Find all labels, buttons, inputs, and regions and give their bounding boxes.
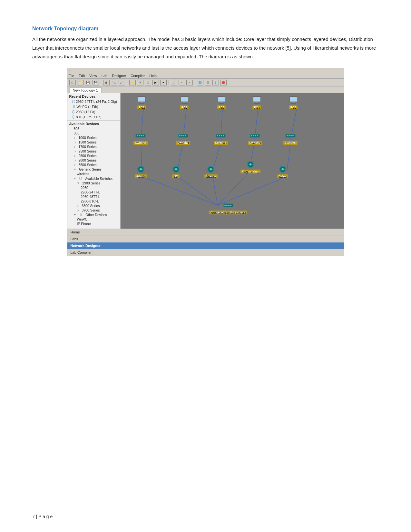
avail-wireless: wireless: [69, 172, 118, 176]
tb-draw3[interactable]: ≡: [186, 80, 193, 85]
svg-point-70: [175, 168, 177, 170]
admin-icon: [135, 165, 146, 174]
avail-805: 805: [69, 126, 118, 131]
svg-point-85: [230, 205, 231, 206]
svg-rect-25: [220, 102, 223, 103]
svg-rect-28: [253, 97, 260, 102]
nav-lab-compiler[interactable]: Lab Compiler: [67, 249, 344, 256]
tb-draw2[interactable]: ≡: [179, 80, 185, 85]
node-pc2: PC2: [179, 96, 190, 109]
svg-point-45: [183, 135, 184, 136]
toolbar-separator-3: [169, 80, 169, 85]
node-pc4: PC4: [252, 96, 262, 109]
menu-lab[interactable]: Lab: [102, 74, 107, 78]
sim-toolbar[interactable]: □ 📁 💾 💾 🖨 🔍 🔎 ⚡ ✕ □ ▶ ● / ≡ ≡ 🌐 ⚙ ? 🔴: [67, 79, 344, 87]
tb-draw1[interactable]: /: [171, 80, 177, 85]
avail-2960-8tcl: 2960-8TC-L: [69, 199, 118, 203]
nav-home[interactable]: Home: [67, 229, 344, 236]
svg-point-62: [289, 135, 290, 136]
recent-item-1: ⬡ 2960-24TT-L (24 Fa, 2 Gig): [69, 99, 118, 104]
tb-cfg[interactable]: ⚙: [205, 80, 211, 85]
tb-net[interactable]: 🌐: [197, 80, 203, 85]
switch5-icon: [249, 131, 261, 140]
svg-rect-29: [256, 102, 258, 103]
tb-zoom[interactable]: 🔎: [119, 80, 125, 85]
menu-file[interactable]: File: [69, 74, 74, 78]
svg-rect-22: [182, 103, 187, 104]
central-icon: [222, 201, 234, 210]
avail-1700: ▷ 1700 Series: [69, 144, 118, 149]
switch6-label: Switch6: [283, 141, 298, 145]
svg-point-61: [287, 135, 288, 136]
sim-canvas: PC1 PC2: [121, 93, 344, 229]
tb-delete[interactable]: ✕: [137, 80, 143, 85]
pc4-label: PC4: [252, 105, 261, 109]
avail-other: ▼ 🖥 Other Devices: [69, 212, 118, 217]
menu-designer[interactable]: Designer: [112, 74, 126, 78]
tb-open[interactable]: 📁: [77, 80, 83, 85]
simulator-window: − File Edit View Lab Designer Compiler H…: [67, 68, 344, 256]
recent-item-3: ⬡ 2950 (12 Fa): [69, 109, 118, 114]
page: Network Topology diagram All the network…: [0, 0, 411, 532]
available-devices-section: Available Devices 805 806 ▷ 1000 Series …: [67, 121, 120, 227]
svg-point-39: [141, 135, 142, 136]
svg-point-79: [282, 168, 284, 170]
svg-point-44: [181, 135, 182, 136]
tb-btn1[interactable]: ⚡: [129, 80, 136, 85]
svg-point-57: [255, 135, 256, 136]
menu-compiler[interactable]: Compiler: [131, 74, 145, 78]
finance-icon: [205, 165, 216, 174]
tb-print[interactable]: 🖨: [103, 80, 110, 85]
nav-network-designer[interactable]: Network Designer: [67, 242, 344, 249]
svg-point-82: [224, 205, 226, 206]
pc3-label: PC3: [217, 105, 226, 109]
topology-tab[interactable]: New Topology 1: [69, 87, 102, 93]
tb-search[interactable]: 🔍: [111, 80, 117, 85]
svg-rect-21: [183, 102, 186, 103]
menu-view[interactable]: View: [89, 74, 97, 78]
svg-rect-32: [290, 97, 297, 102]
pc4-icon: [252, 96, 262, 105]
svg-point-52: [223, 135, 224, 136]
node-pc3: PC3: [216, 96, 227, 109]
avail-ipphone: IP Phone: [69, 222, 118, 226]
toolbar-separator-2: [127, 80, 127, 85]
recent-devices-section: Recent Devices ⬡ 2960-24TT-L (24 Fa, 2 G…: [67, 93, 120, 121]
pc5-label: PC5: [289, 105, 298, 109]
menu-help[interactable]: Help: [149, 74, 157, 78]
engineering-icon: [245, 160, 256, 169]
sim-body: Recent Devices ⬡ 2960-24TT-L (24 Fa, 2 G…: [67, 93, 344, 229]
tb-save[interactable]: 💾: [85, 80, 91, 85]
finance-label: finance: [204, 174, 218, 178]
tb-btn3[interactable]: □: [145, 80, 151, 85]
pc1-icon: [137, 96, 147, 105]
node-hr: HR: [171, 165, 181, 178]
tb-new[interactable]: □: [69, 80, 76, 85]
tb-save2[interactable]: 💾: [93, 80, 99, 85]
menu-edit[interactable]: Edit: [79, 74, 85, 78]
sales-label: Sales: [277, 174, 288, 178]
sim-menubar[interactable]: File Edit View Lab Designer Compiler Hel…: [67, 73, 344, 79]
svg-line-10: [142, 176, 218, 205]
avail-3700: ▷ 3700 Series: [69, 208, 118, 212]
nav-labs[interactable]: Labs: [67, 236, 344, 242]
hr-icon: [171, 165, 181, 174]
sim-tab-bar: New Topology 1: [67, 87, 344, 93]
svg-point-55: [251, 135, 252, 136]
tb-help[interactable]: ?: [212, 80, 219, 85]
toolbar-separator-1: [101, 80, 101, 85]
node-switch5: Switch5: [248, 131, 262, 145]
svg-rect-17: [141, 102, 143, 103]
avail-1500: ▷ 1500 Series: [69, 140, 118, 144]
sim-title-text: −: [69, 69, 71, 73]
admin-label: Admin: [135, 174, 147, 178]
switch3-label: Switch3: [176, 141, 190, 145]
tb-play[interactable]: ▶: [152, 80, 159, 85]
svg-rect-26: [219, 103, 224, 104]
avail-2900: ▼ 2900 Series: [69, 181, 118, 185]
tb-stop[interactable]: ●: [160, 80, 167, 85]
tb-exit[interactable]: 🔴: [220, 80, 227, 85]
central-label: Connecetd to the servers: [209, 211, 247, 214]
body-text: All the networks are organized in a laye…: [32, 35, 379, 61]
svg-point-67: [140, 168, 142, 170]
